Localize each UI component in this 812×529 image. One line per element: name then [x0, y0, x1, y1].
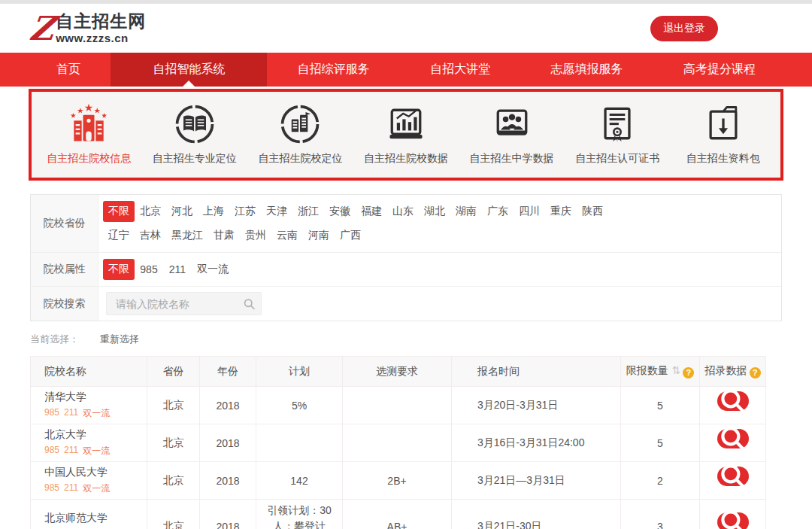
search-filter-label: 院校搜索	[31, 287, 98, 321]
header-limit-label: 限报数量	[626, 364, 668, 376]
sort-icon[interactable]: ⇅	[672, 364, 681, 376]
header-admission-label: 招录数据	[705, 364, 747, 376]
feature-material-pack[interactable]: 自主招生资料包	[670, 102, 776, 166]
province-chip[interactable]: 河南	[303, 225, 335, 246]
cell-year: 2018	[200, 462, 256, 500]
province-filter-label: 院校省份	[31, 195, 98, 252]
province-chip[interactable]: 湖北	[419, 201, 450, 222]
province-chip[interactable]: 黑龙江	[166, 225, 208, 246]
cell-plan	[256, 424, 343, 462]
search-box	[106, 292, 262, 315]
cell-plan: 引领计划：30人；攀登计划：94人	[256, 500, 343, 529]
province-chip[interactable]: 上海	[198, 201, 229, 222]
table-row: 北京大学 985 211 双一流 北京 2018 3月16日-3月31日24:0…	[31, 424, 766, 462]
province-chip[interactable]: 安徽	[324, 201, 356, 222]
college-name: 清华大学	[44, 391, 147, 404]
province-chip[interactable]: 广东	[482, 201, 514, 222]
province-chip[interactable]: 北京	[135, 201, 166, 222]
feature-college-info[interactable]: 自主招生院校信息	[36, 102, 142, 166]
cell-plan: 5%	[256, 387, 343, 424]
nav-item-comprehensive-service[interactable]: 自招综评服务	[268, 53, 400, 87]
cell-requirement	[343, 387, 452, 424]
college-name: 中国人民大学	[44, 466, 147, 479]
cell-college-name: 北京大学 985 211 双一流	[31, 424, 147, 462]
table-row: 清华大学 985 211 双一流 北京 2018 5% 3月20日-3月31日 …	[31, 387, 766, 424]
nav-item-score-course[interactable]: 高考提分课程	[653, 53, 786, 87]
table-row: 中国人民大学 985 211 双一流 北京 2018 142 2B+ 3月21日…	[31, 462, 766, 500]
building-stars-icon	[66, 102, 111, 147]
nav-item-smart-system[interactable]: 自招智能系统	[111, 53, 267, 87]
search-icon[interactable]	[243, 297, 256, 310]
feature-highschool-data[interactable]: 自主招生中学数据	[459, 102, 565, 166]
province-chip[interactable]: 甘肃	[208, 225, 240, 246]
college-name: 北京大学	[44, 428, 147, 442]
header-year: 年份	[200, 357, 256, 387]
help-icon[interactable]: ?	[683, 367, 694, 379]
province-chip[interactable]: 广西	[335, 225, 366, 246]
logo-z-icon: Z	[28, 14, 56, 42]
college-search-input[interactable]	[106, 292, 262, 315]
cell-signup-time: 3月21日-30日	[452, 500, 621, 529]
cell-college-name: 北京师范大学 985 211 双一流	[31, 500, 147, 529]
tag-211: 211	[64, 407, 78, 420]
province-chip[interactable]: 福建	[356, 201, 387, 222]
attribute-filter-label: 院校属性	[31, 253, 98, 286]
province-chip[interactable]: 河北	[166, 201, 198, 222]
reset-selection-link[interactable]: 重新选择	[100, 333, 139, 345]
feature-college-data[interactable]: 自主招生院校数据	[353, 102, 459, 166]
feature-label: 自主招生院校定位	[258, 152, 342, 166]
nav-item-home[interactable]: 首页	[26, 53, 111, 87]
current-selection-label: 当前选择：	[30, 333, 79, 345]
cell-signup-time: 3月21日—3月31日	[452, 462, 621, 500]
feature-label: 自主招生认可证书	[575, 152, 659, 166]
selection-bar: 当前选择： 重新选择	[30, 333, 782, 346]
site-logo[interactable]: Z 自主招生网 www.zzzs.cn	[30, 12, 146, 44]
feature-label: 自主招生中学数据	[470, 152, 554, 166]
province-chip[interactable]: 江苏	[229, 201, 261, 222]
province-chip[interactable]: 四川	[514, 201, 545, 222]
feature-box: 自主招生院校信息 自主招生专业定位	[29, 89, 783, 181]
main-nav: 首页 自招智能系统 自招综评服务 自招大讲堂 志愿填报服务 高考提分课程	[0, 53, 812, 87]
college-table: 院校名称 省份 年份 计划 选测要求 报名时间 限报数量⇅? 招录数据? 清华大…	[30, 356, 766, 529]
feature-major-position[interactable]: 自主招生专业定位	[142, 102, 248, 166]
view-admission-data-button[interactable]	[717, 512, 749, 529]
college-tags: 985 211 双一流	[44, 445, 147, 458]
feature-college-position[interactable]: 自主招生院校定位	[247, 102, 353, 166]
province-chip[interactable]: 天津	[261, 201, 292, 222]
feature-certificate[interactable]: 自主招生认可证书	[565, 102, 671, 166]
certificate-icon	[595, 102, 640, 147]
province-chip[interactable]: 陕西	[577, 201, 608, 222]
site-title: 自主招生网	[56, 12, 146, 31]
attribute-options: 不限 985 211 双一流	[98, 253, 781, 286]
attribute-chip[interactable]: 985	[135, 260, 163, 279]
filter-row-province: 院校省份 不限 北京 河北 上海 江苏 天津 浙江 安徽 福建 山东 湖北 湖南…	[31, 195, 781, 253]
header-requirement: 选测要求	[343, 357, 452, 387]
province-chip[interactable]: 辽宁	[103, 225, 135, 246]
province-chip[interactable]: 重庆	[545, 201, 577, 222]
view-admission-data-button[interactable]	[717, 429, 749, 448]
province-chip[interactable]: 湖南	[450, 201, 482, 222]
cell-limit: 5	[621, 387, 700, 424]
tag-double-first-class: 双一流	[83, 407, 110, 420]
province-chip[interactable]: 不限	[103, 201, 135, 222]
nav-item-application-service[interactable]: 志愿填报服务	[521, 53, 653, 87]
view-admission-data-button[interactable]	[717, 391, 749, 411]
bar-chart-icon	[383, 102, 429, 147]
province-chip[interactable]: 云南	[271, 225, 303, 246]
province-options: 不限 北京 河北 上海 江苏 天津 浙江 安徽 福建 山东 湖北 湖南 广东 四…	[98, 195, 781, 252]
nav-item-lecture-hall[interactable]: 自招大讲堂	[400, 53, 520, 87]
cell-admission-data	[700, 387, 766, 424]
attribute-chip[interactable]: 不限	[103, 259, 135, 280]
book-circle-icon	[172, 102, 217, 147]
province-chip[interactable]: 山东	[387, 201, 419, 222]
attribute-chip[interactable]: 211	[163, 260, 192, 279]
attribute-chip[interactable]: 双一流	[192, 259, 234, 280]
province-chip[interactable]: 吉林	[135, 225, 166, 246]
folder-download-icon	[701, 102, 746, 147]
filter-row-search: 院校搜索	[31, 287, 781, 321]
help-icon[interactable]: ?	[750, 367, 761, 379]
province-chip[interactable]: 贵州	[240, 225, 271, 246]
view-admission-data-button[interactable]	[717, 467, 749, 486]
province-chip[interactable]: 浙江	[292, 201, 324, 222]
logout-button[interactable]: 退出登录	[650, 16, 718, 41]
